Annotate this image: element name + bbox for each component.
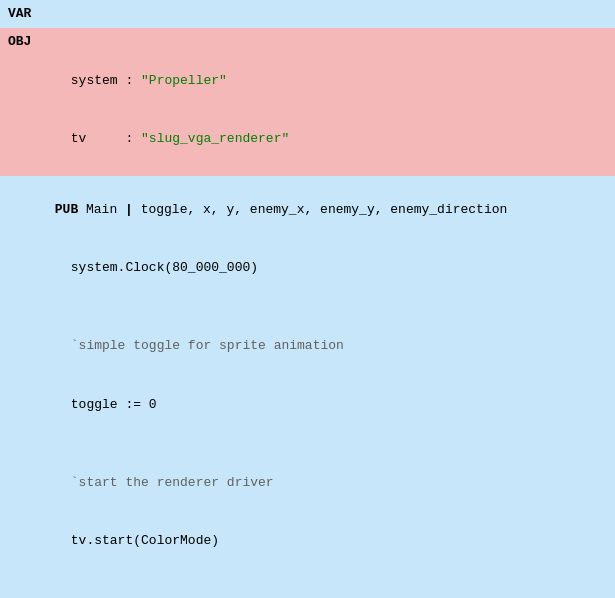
obj-system: system : "Propeller" [8, 51, 607, 110]
pub-header: PUB Main | toggle, x, y, enemy_x, enemy_… [8, 180, 607, 239]
section-pub: PUB Main | toggle, x, y, enemy_x, enemy_… [0, 176, 615, 598]
section-obj: OBJ system : "Propeller" tv : "slug_vga_… [0, 28, 615, 177]
blank-1 [8, 297, 607, 317]
blank-3 [8, 570, 607, 590]
code-container: VAR OBJ system : "Propeller" tv : "slug_… [0, 0, 615, 598]
code-toggle: toggle := 0 [8, 375, 607, 434]
code-start: tv.start(ColorMode) [8, 512, 607, 571]
comment-cls: `clear the screen [8, 590, 607, 599]
blank-2 [8, 434, 607, 454]
section-var: VAR [0, 0, 615, 28]
pub-clock: system.Clock(80_000_000) [8, 239, 607, 298]
comment-start: `start the renderer driver [8, 453, 607, 512]
var-keyword: VAR [8, 4, 607, 24]
obj-keyword: OBJ [8, 32, 607, 52]
obj-tv: tv : "slug_vga_renderer" [8, 110, 607, 169]
comment-toggle: `simple toggle for sprite animation [8, 317, 607, 376]
